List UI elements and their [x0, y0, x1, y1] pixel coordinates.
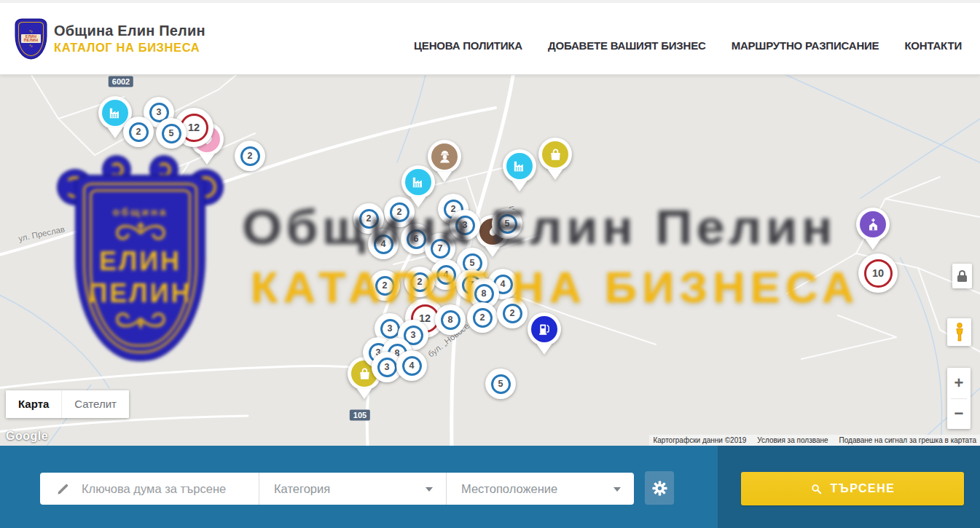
cluster-marker[interactable]: 2	[404, 267, 435, 297]
shield-text: ПЕЛИН	[21, 39, 41, 42]
search-icon	[810, 483, 823, 495]
cluster-count: 12	[188, 122, 200, 133]
cluster-marker[interactable]: 7	[425, 233, 455, 264]
cluster-marker[interactable]: 5	[485, 369, 516, 399]
cluster-ring: 2	[129, 122, 149, 142]
cluster-marker[interactable]: 3	[450, 210, 480, 240]
cluster-count: 5	[505, 218, 510, 229]
cluster-count: 3	[388, 323, 393, 334]
cluster-ring: 4	[374, 235, 393, 254]
map-canvas[interactable]: 6002105ул. Преславбул. „Новоселци 221232…	[0, 75, 980, 446]
cluster-count: 3	[157, 107, 162, 117]
site-title: Община Елин Пелин	[54, 23, 205, 39]
report-error-link[interactable]: Подаване на сигнал за грешка в картата	[839, 436, 976, 444]
factory-icon	[506, 153, 533, 179]
cluster-count: 2	[480, 312, 485, 323]
map-type-satellite-button[interactable]: Сателит	[61, 390, 129, 418]
site-logo[interactable]: ∿ ЕЛИН ПЕЛИН ∿ Община Елин Пелин КАТАЛОГ…	[16, 20, 205, 58]
cluster-ring: 5	[498, 214, 517, 234]
map-attribution: Картографски данни ©2019 Условия за полз…	[649, 435, 980, 446]
church-icon	[860, 211, 886, 237]
cluster-marker[interactable]: 5	[492, 208, 522, 239]
cluster-ring: 2	[410, 272, 430, 292]
cluster-count: 2	[366, 213, 372, 224]
factory-icon	[405, 169, 431, 195]
cluster-count: 4	[381, 239, 386, 249]
cluster-count: 8	[482, 288, 487, 299]
search-submit-button[interactable]: ТЪРСЕНЕ	[741, 472, 964, 505]
cluster-count: 5	[470, 258, 475, 268]
street-view-pegman-button[interactable]	[947, 318, 971, 346]
cluster-count: 4	[501, 279, 506, 289]
cluster-count: 2	[418, 277, 423, 287]
chevron-down-icon	[614, 487, 621, 492]
cluster-marker[interactable]: 2	[235, 141, 265, 171]
category-marker-factory[interactable]	[401, 165, 435, 199]
zoom-out-button[interactable]: −	[947, 399, 971, 430]
zoom-control: + −	[947, 368, 971, 429]
cluster-ring: 2	[359, 209, 379, 229]
nav-item[interactable]: ДОБАВЕТЕ ВАШИЯТ БИЗНЕС	[548, 39, 706, 52]
shield-ornament: ∿	[29, 29, 34, 34]
cluster-ring: 5	[162, 124, 181, 143]
category-marker-church[interactable]	[856, 208, 890, 241]
map-type-map-button[interactable]: Карта	[6, 390, 61, 418]
advanced-search-button[interactable]	[645, 471, 674, 505]
cluster-count: 5	[169, 128, 174, 138]
cluster-ring: 2	[375, 276, 395, 296]
search-input-group: Категория Местоположение	[40, 473, 634, 505]
main-nav: ЦЕНОВА ПОЛИТИКАДОБАВЕТЕ ВАШИЯТ БИЗНЕСМАР…	[414, 39, 962, 52]
nav-item[interactable]: ЦЕНОВА ПОЛИТИКА	[414, 39, 522, 52]
location-dropdown[interactable]: Местоположение	[446, 473, 634, 505]
zoom-in-button[interactable]: +	[947, 368, 971, 398]
cluster-ring: 3	[380, 319, 400, 339]
cluster-ring: 10	[864, 259, 893, 288]
cluster-marker[interactable]: 10	[858, 253, 898, 293]
cluster-count: 7	[438, 243, 443, 253]
search-button-label: ТЪРСЕНЕ	[831, 482, 895, 495]
cluster-marker[interactable]: 2	[384, 197, 415, 227]
cluster-count: 4	[409, 360, 415, 371]
cluster-count: 4	[444, 269, 449, 280]
category-marker-shopping[interactable]	[538, 138, 572, 171]
nav-item[interactable]: МАРШРУТНО РАЗПИСАНИЕ	[732, 39, 879, 52]
cluster-ring: 2	[503, 304, 522, 323]
cluster-marker[interactable]: 8	[435, 304, 466, 335]
category-dropdown[interactable]: Категория	[259, 473, 446, 505]
chevron-down-icon	[426, 487, 433, 492]
cluster-marker[interactable]: 4	[396, 350, 427, 381]
cluster-ring: 6	[407, 229, 426, 249]
google-logo[interactable]: Google	[6, 430, 48, 443]
fuel-icon	[531, 316, 557, 342]
cluster-ring: 5	[491, 374, 511, 394]
cluster-marker[interactable]: 2	[123, 117, 154, 147]
map-type-control: Карта Сателит	[6, 390, 129, 418]
pegman-icon	[952, 322, 968, 342]
cluster-count: 5	[498, 379, 503, 389]
shield-ornament: ∿	[29, 44, 34, 48]
cluster-marker[interactable]: 2	[497, 298, 528, 328]
cluster-count: 2	[510, 308, 515, 318]
nav-item[interactable]: КОНТАКТИ	[904, 39, 962, 52]
cluster-ring: 7	[431, 239, 450, 259]
pencil-icon	[56, 482, 70, 496]
category-marker-worker[interactable]	[428, 140, 461, 173]
cluster-marker[interactable]: 2	[369, 270, 400, 301]
terms-link[interactable]: Условия за ползване	[757, 436, 828, 444]
cluster-count: 3	[385, 362, 390, 372]
category-marker-fuel[interactable]	[528, 312, 561, 346]
cluster-count: 3	[411, 330, 416, 340]
category-marker-factory[interactable]	[503, 149, 536, 183]
cluster-marker[interactable]: 4	[368, 229, 399, 259]
scroll-lock-button[interactable]	[952, 264, 972, 288]
keyword-field-wrapper	[40, 473, 259, 505]
search-bar: Категория Местоположение	[0, 446, 980, 528]
cluster-marker[interactable]: 5	[156, 118, 187, 149]
keyword-search-input[interactable]	[80, 481, 259, 497]
cluster-count: 2	[248, 151, 253, 161]
worker-icon	[431, 143, 458, 170]
shopping-bag-icon	[542, 141, 568, 168]
cluster-ring: 4	[436, 265, 456, 285]
cluster-count: 2	[136, 127, 141, 137]
cluster-marker[interactable]: 2	[467, 302, 498, 333]
